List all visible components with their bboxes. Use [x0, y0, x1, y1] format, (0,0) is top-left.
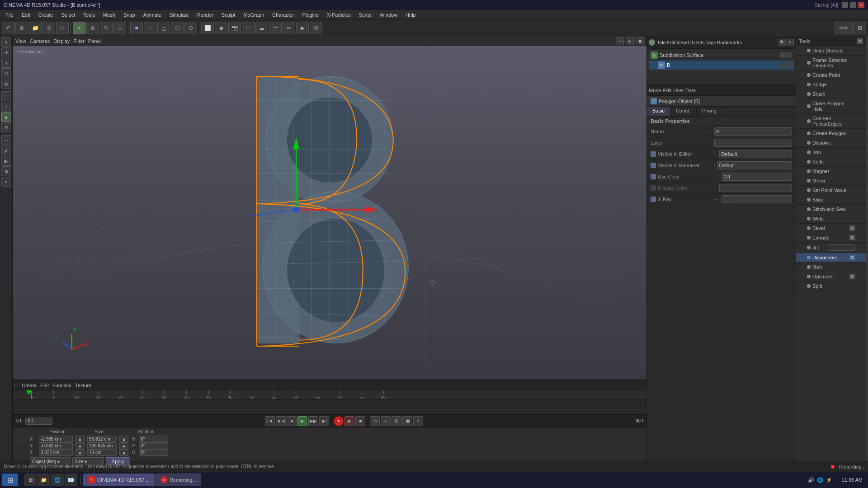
stop-btn[interactable]: ■: [355, 416, 365, 426]
loop-btn[interactable]: ⟲: [370, 416, 380, 426]
object-btn[interactable]: ⬜: [201, 22, 214, 34]
pos-x[interactable]: -2.985 cm: [39, 436, 73, 442]
tool-dissolve[interactable]: Dissolve: [796, 138, 866, 148]
cam-btn[interactable]: 📷: [228, 22, 241, 34]
timeline-tab-edit[interactable]: Edit: [40, 383, 49, 388]
tab-basic[interactable]: Basic: [647, 107, 670, 116]
props-edit[interactable]: Edit: [663, 88, 672, 93]
tool-brush[interactable]: Brush: [796, 89, 866, 99]
xray-toggle[interactable]: [724, 197, 729, 202]
viewport[interactable]: Perspective: [13, 46, 646, 380]
vp-panel-menu[interactable]: Panel: [88, 38, 101, 44]
prop-use-color-value[interactable]: Off: [722, 173, 792, 181]
hair-btn[interactable]: 〜: [269, 22, 282, 34]
obj-vis1[interactable]: [780, 52, 786, 58]
size-y[interactable]: 139.975 cm: [87, 442, 117, 449]
timeline-tab-texture[interactable]: Texture: [75, 383, 91, 388]
minimize-button[interactable]: ─: [842, 2, 848, 8]
frame-input[interactable]: 0 F: [25, 418, 52, 425]
move-tool-side[interactable]: ✛: [1, 47, 11, 57]
size-z-up[interactable]: ▲: [119, 449, 128, 456]
b-vis1[interactable]: [780, 62, 786, 68]
menu-help[interactable]: Help: [402, 11, 420, 19]
rot-p[interactable]: 0°: [139, 442, 168, 449]
vp-view-menu[interactable]: View: [15, 38, 26, 44]
jnt-input[interactable]: [828, 244, 855, 251]
vp-filter-menu[interactable]: Filter: [73, 38, 84, 44]
pos-x-up[interactable]: ▲: [75, 436, 85, 442]
edges-mode[interactable]: /: [1, 102, 11, 112]
vp-btn3[interactable]: ◼: [636, 37, 644, 45]
scale-tool[interactable]: ⊕: [86, 22, 99, 34]
open-button[interactable]: 📁: [29, 22, 42, 34]
render2-btn[interactable]: ▶: [296, 22, 309, 34]
start-button[interactable]: ⊞: [2, 474, 18, 486]
menu-snap[interactable]: Snap: [120, 11, 139, 19]
taskbar-recording[interactable]: ● Recording...: [156, 474, 201, 486]
rot-b[interactable]: 0°: [139, 449, 168, 456]
menu-character[interactable]: Character: [269, 11, 297, 19]
select-tool[interactable]: ↖: [1, 37, 11, 47]
pos-z-up[interactable]: ▲: [75, 449, 85, 456]
magnet-tool[interactable]: ⊕: [1, 166, 11, 176]
menu-edit[interactable]: Edit: [18, 11, 34, 19]
tool-close-polygon[interactable]: Close Polygon Hole: [796, 99, 866, 114]
go-end-btn[interactable]: ▶|: [319, 416, 329, 426]
taskbar-icon-2[interactable]: 📁: [38, 474, 50, 486]
psr-btn[interactable]: PSR: [835, 22, 853, 34]
tool-magnet[interactable]: Magnet: [796, 167, 866, 176]
menu-script[interactable]: Script: [355, 11, 375, 19]
search-btn[interactable]: 🔍: [778, 39, 786, 46]
mesh-tools-close[interactable]: ✕: [857, 38, 863, 44]
tool-weld[interactable]: Weld: [796, 214, 866, 224]
menu-select[interactable]: Select: [58, 11, 79, 19]
snap-tl-btn[interactable]: ⊞: [392, 416, 401, 426]
use-color-checkbox[interactable]: [651, 174, 656, 179]
scene-btn[interactable]: ☁: [255, 22, 268, 34]
taskbar-icon-4[interactable]: 📧: [65, 474, 77, 486]
record-btn[interactable]: ●: [334, 416, 344, 426]
move-tool[interactable]: ✕: [73, 22, 85, 34]
play-btn[interactable]: ▶: [297, 416, 307, 426]
deform-btn[interactable]: 〰: [242, 22, 255, 34]
menu-mograph[interactable]: MoGraph: [240, 11, 268, 19]
undo-button[interactable]: ↶: [2, 22, 14, 34]
tool-mirror[interactable]: Mirror: [796, 176, 866, 186]
tool-set-point-value[interactable]: Set Point Value: [796, 186, 866, 195]
vis-render-checkbox[interactable]: [651, 163, 656, 168]
vp-display-menu[interactable]: Display: [53, 38, 70, 44]
uv-mode[interactable]: ⊟: [1, 122, 11, 132]
prop-vis-render-value[interactable]: Default: [717, 161, 792, 169]
right-menu-file[interactable]: File: [658, 40, 666, 45]
menu-window[interactable]: Window: [376, 11, 401, 19]
optimize-settings[interactable]: ⚙: [849, 274, 855, 279]
tool4[interactable]: □: [113, 22, 126, 34]
pos-y-up[interactable]: ▲: [75, 442, 85, 449]
light-btn[interactable]: ◆: [215, 22, 227, 34]
taskbar-cinema4d[interactable]: C CINEMA 4D R15.057 ...: [83, 474, 155, 486]
right-menu-view[interactable]: View: [676, 40, 687, 45]
live-select[interactable]: ◎: [1, 79, 11, 89]
vp-btn2[interactable]: ⊞: [626, 37, 634, 45]
menu-xparticles[interactable]: X-Particles: [323, 11, 354, 19]
tool-bevel[interactable]: Bevel ⚙: [796, 224, 866, 233]
paint-tool[interactable]: 🖌: [1, 145, 11, 155]
tool-stitch-sew[interactable]: Stitch and Sew: [796, 205, 866, 214]
prop-layer-value[interactable]: [714, 139, 792, 147]
tool-iron[interactable]: Iron: [796, 148, 866, 157]
grid-btn[interactable]: ⊞: [854, 22, 866, 34]
play-back-btn[interactable]: ◄: [287, 416, 297, 426]
settings-btn[interactable]: ⚙: [310, 22, 322, 34]
props-userdata[interactable]: User Data: [674, 88, 696, 93]
sketch-btn[interactable]: ✏: [283, 22, 295, 34]
tool-bridge[interactable]: Bridge: [796, 80, 866, 89]
extrude-settings[interactable]: ⚙: [849, 235, 855, 240]
vis-editor-checkbox[interactable]: [651, 151, 656, 157]
mode2[interactable]: ○: [144, 22, 156, 34]
menu-render[interactable]: Render: [193, 11, 217, 19]
key-btn[interactable]: ◇: [381, 416, 391, 426]
tool-create-polygon[interactable]: Create Polygon: [796, 129, 866, 138]
menu-create[interactable]: Create: [35, 11, 57, 19]
right-menu-objects[interactable]: Objects: [688, 40, 704, 45]
vp-cameras-menu[interactable]: Cameras: [30, 38, 50, 44]
